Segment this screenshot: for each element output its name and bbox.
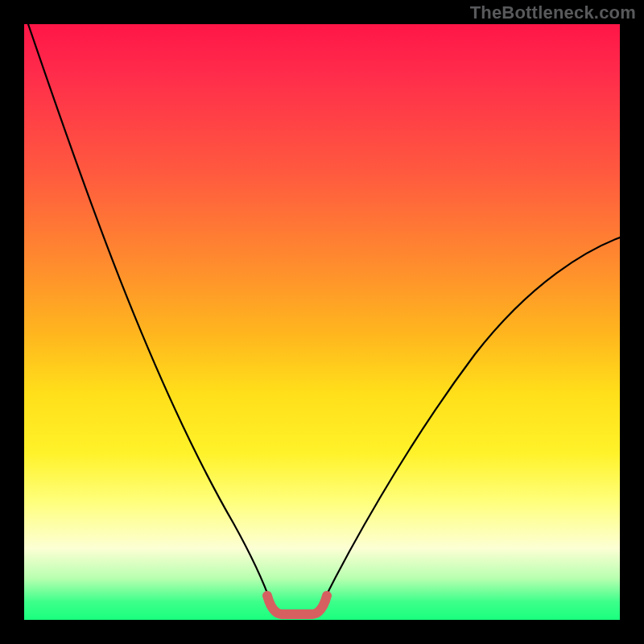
right-curve <box>322 237 620 604</box>
curves-svg <box>24 24 620 620</box>
chart-frame: TheBottleneck.com <box>0 0 644 644</box>
plot-area <box>24 24 620 620</box>
left-curve <box>28 24 271 604</box>
watermark-label: TheBottleneck.com <box>470 2 636 23</box>
flat-red-segment <box>267 596 327 614</box>
